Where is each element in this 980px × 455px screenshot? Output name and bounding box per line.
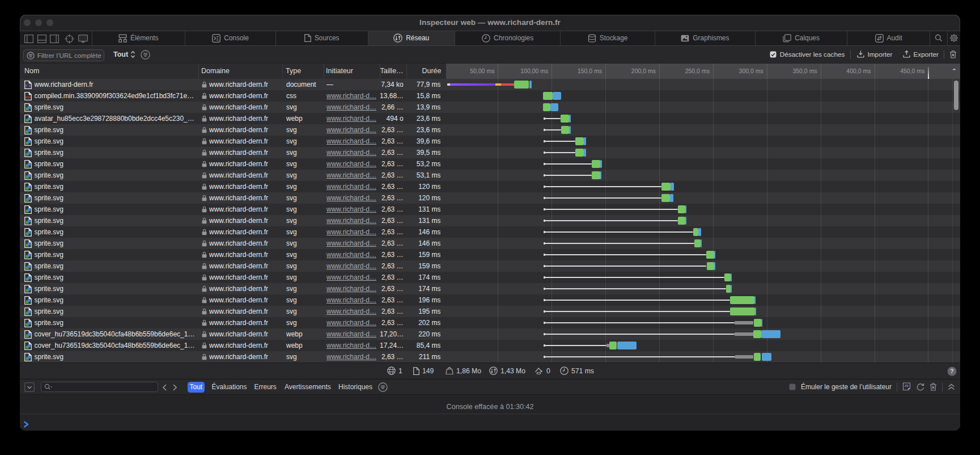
svg-text:?: ? [950,368,953,374]
svg-text:css: css [26,95,31,99]
svg-text:JS: JS [904,384,908,387]
